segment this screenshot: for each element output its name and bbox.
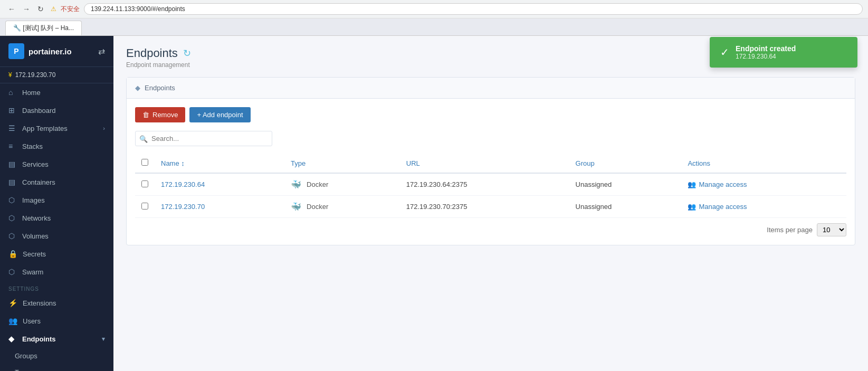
endpoint-group: Unassigned <box>576 180 612 188</box>
items-per-page-select[interactable]: 10 25 50 100 <box>817 223 846 236</box>
address-bar[interactable]: 139.224.11.133:9000/#/endpoints <box>84 3 863 15</box>
select-all-header <box>135 154 155 173</box>
sidebar-item-containers[interactable]: ▤ Containers <box>0 173 113 191</box>
panel-header-label: Endpoints <box>145 84 175 92</box>
endpoint-url: 172.19.230.70:2375 <box>406 203 468 211</box>
search-input[interactable] <box>135 131 272 146</box>
toast-subtitle: 172.19.230.64 <box>736 53 796 60</box>
sidebar-item-label: Services <box>22 160 105 168</box>
back-button[interactable]: ← <box>5 4 18 14</box>
swap-icon[interactable]: ⇄ <box>98 46 105 56</box>
services-icon: ▤ <box>8 160 17 168</box>
volumes-icon: ⬡ <box>8 232 17 240</box>
manage-access-label: Manage access <box>699 180 747 188</box>
search-wrapper: 🔍 <box>135 131 272 146</box>
logo-text: portainer.io <box>28 47 72 56</box>
endpoint-type-cell: 🐳 Docker <box>284 196 400 218</box>
sidebar-sub-item-tags[interactable]: Tags <box>0 364 113 371</box>
select-all-checkbox[interactable] <box>141 159 148 166</box>
buttons-row: 🗑 Remove + Add endpoint <box>135 107 846 122</box>
search-row: 🔍 <box>135 131 846 146</box>
docker-icon: 🐳 <box>291 179 301 189</box>
endpoint-group-cell: Unassigned <box>569 173 682 196</box>
reload-button[interactable]: ↻ <box>35 4 46 14</box>
sidebar-item-endpoints[interactable]: ◆ Endpoints ▾ <box>0 330 113 348</box>
security-warning-icon: ⚠ <box>51 5 56 13</box>
chevron-down-icon: ▾ <box>102 336 105 343</box>
sidebar-item-label: Users <box>23 317 105 325</box>
col-name: Name ↕ <box>155 154 284 173</box>
browser-tab[interactable]: 🔧 [测试] 队列 – Ha... <box>5 21 82 35</box>
endpoint-url-cell: 172.19.230.64:2375 <box>400 173 569 196</box>
sidebar-item-label: Dashboard <box>22 107 105 115</box>
sidebar-item-label: Secrets <box>23 250 105 258</box>
panel-body: 🗑 Remove + Add endpoint 🔍 <box>127 99 855 245</box>
remove-label: Remove <box>152 111 178 119</box>
app-templates-icon: ☰ <box>8 124 17 132</box>
tab-label: [测试] 队列 – Ha... <box>23 24 74 32</box>
manage-access-link[interactable]: 👥 Manage access <box>688 203 840 211</box>
endpoint-type: Docker <box>307 203 328 211</box>
endpoints-table: Name ↕ Type URL Group <box>135 154 846 218</box>
sidebar-item-services[interactable]: ▤ Services <box>0 155 113 173</box>
col-name-label: Name ↕ <box>161 159 185 167</box>
panel-header-icon: ◆ <box>135 84 140 92</box>
remove-button[interactable]: 🗑 Remove <box>135 107 185 122</box>
users-icon: 👥 <box>8 317 17 325</box>
toast-check-icon: ✓ <box>720 46 729 59</box>
type-cell: 🐳 Docker <box>291 179 394 189</box>
add-endpoint-label: + Add endpoint <box>197 111 243 119</box>
sidebar-sub-item-groups[interactable]: Groups <box>0 348 113 364</box>
security-warning-text: 不安全 <box>61 5 80 14</box>
sidebar-item-swarm[interactable]: ⬡ Swarm <box>0 263 113 281</box>
extensions-icon: ⚡ <box>8 299 17 307</box>
endpoint-url-cell: 172.19.230.70:2375 <box>400 196 569 218</box>
add-endpoint-button[interactable]: + Add endpoint <box>189 107 250 122</box>
sidebar-item-stacks[interactable]: ≡ Stacks <box>0 137 113 155</box>
main-content: ✓ Endpoint created 172.19.230.64 Endpoin… <box>113 36 868 371</box>
endpoint-type: Docker <box>307 180 328 188</box>
sidebar-item-volumes[interactable]: ⬡ Volumes <box>0 227 113 245</box>
sidebar-item-home[interactable]: ⌂ Home <box>0 83 113 101</box>
sidebar-item-extensions[interactable]: ⚡ Extensions <box>0 294 113 312</box>
endpoint-name-link[interactable]: 172.19.230.64 <box>161 180 205 188</box>
endpoint-group-cell: Unassigned <box>569 196 682 218</box>
col-actions-label: Actions <box>688 159 710 167</box>
page-subtitle: Endpoint management <box>126 61 191 69</box>
docker-icon: 🐳 <box>291 202 301 212</box>
manage-access-link[interactable]: 👥 Manage access <box>688 180 840 188</box>
forward-button[interactable]: → <box>20 4 33 14</box>
endpoint-url: 172.19.230.64:2375 <box>406 180 468 188</box>
sidebar-sub-item-label: Groups <box>15 352 105 360</box>
secrets-icon: 🔒 <box>8 250 17 258</box>
containers-icon: ▤ <box>8 178 17 186</box>
swarm-icon: ⬡ <box>8 268 17 276</box>
sidebar-item-label: Extensions <box>23 299 105 307</box>
sidebar-item-images[interactable]: ⬡ Images <box>0 191 113 209</box>
manage-access-icon: 👥 <box>688 203 696 211</box>
col-group-label: Group <box>576 159 595 167</box>
sidebar-item-label: Stacks <box>22 142 105 150</box>
sidebar-item-app-templates[interactable]: ☰ App Templates › <box>0 119 113 137</box>
sidebar-logo: P portainer.io ⇄ <box>0 36 113 67</box>
sidebar-item-secrets[interactable]: 🔒 Secrets <box>0 245 113 263</box>
refresh-icon[interactable]: ↻ <box>183 47 191 59</box>
sidebar-item-dashboard[interactable]: ⊞ Dashboard <box>0 101 113 119</box>
chevron-right-icon: › <box>103 125 105 131</box>
endpoint-name-cell: 172.19.230.70 <box>155 196 284 218</box>
toast-title: Endpoint created <box>736 44 796 53</box>
table-header-row: Name ↕ Type URL Group <box>135 154 846 173</box>
sidebar-item-users[interactable]: 👥 Users <box>0 312 113 330</box>
endpoint-actions-cell: 👥 Manage access <box>681 196 846 218</box>
sidebar-item-networks[interactable]: ⬡ Networks <box>0 209 113 227</box>
endpoint-group: Unassigned <box>576 203 612 211</box>
sidebar-item-label: App Templates <box>22 125 98 132</box>
row-checkbox[interactable] <box>141 203 148 210</box>
row-checkbox[interactable] <box>141 180 148 187</box>
browser-tabs: 🔧 [测试] 队列 – Ha... <box>0 18 868 36</box>
endpoint-name-link[interactable]: 172.19.230.70 <box>161 203 205 211</box>
dashboard-icon: ⊞ <box>8 106 17 115</box>
images-icon: ⬡ <box>8 196 17 204</box>
table-row: 172.19.230.64 🐳 Docker 172.19.230.64:237… <box>135 173 846 196</box>
app-layout: P portainer.io ⇄ ¥ 172.19.230.70 ⌂ Home … <box>0 36 868 371</box>
